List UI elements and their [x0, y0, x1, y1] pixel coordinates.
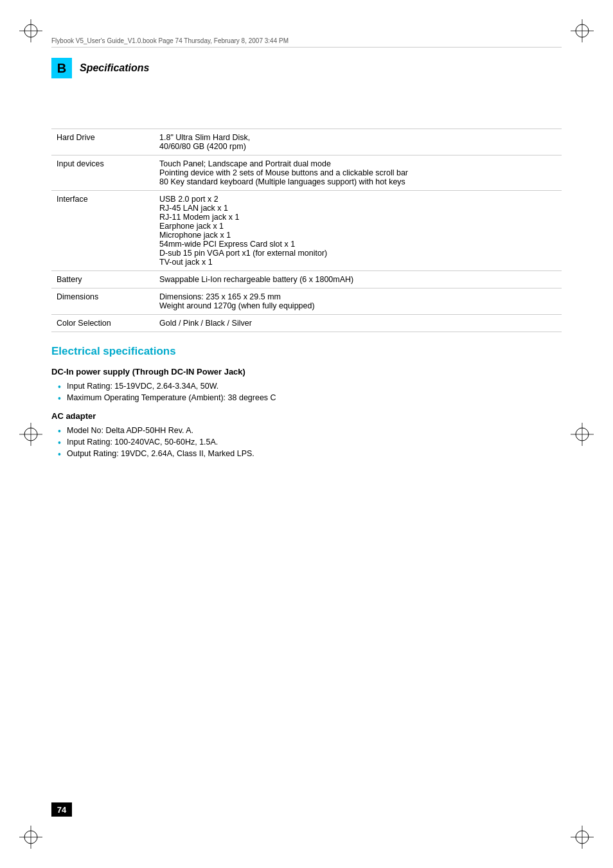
spec-value: Dimensions: 235 x 165 x 29.5 mmWeight ar…: [154, 288, 562, 315]
electrical-section: Electrical specifications DC-In power su…: [51, 345, 562, 458]
spec-value: USB 2.0 port x 2RJ-45 LAN jack x 1RJ-11 …: [154, 191, 562, 271]
spec-table: Hard Drive1.8" Ultra Slim Hard Disk,40/6…: [51, 128, 562, 332]
spec-label: Input devices: [51, 155, 154, 191]
reg-mark-br: [571, 826, 594, 849]
list-item: Output Rating: 19VDC, 2.64A, Class II, M…: [58, 449, 562, 458]
reg-mark-tl: [19, 19, 42, 42]
spec-label: Hard Drive: [51, 129, 154, 155]
list-item: Model No: Delta ADP-50HH Rev. A.: [58, 426, 562, 435]
spec-label: Interface: [51, 191, 154, 271]
table-row: Hard Drive1.8" Ultra Slim Hard Disk,40/6…: [51, 129, 562, 155]
meta-file-info: Flybook V5_User's Guide_V1.0.book Page 7…: [51, 37, 289, 44]
dc-bullet-list: Input Rating: 15-19VDC, 2.64-3.34A, 50W.…: [51, 382, 562, 402]
reg-mark-ml: [19, 423, 42, 446]
chapter-title: Specifications: [80, 62, 149, 74]
table-row: InterfaceUSB 2.0 port x 2RJ-45 LAN jack …: [51, 191, 562, 271]
chapter-letter: B: [51, 58, 72, 78]
meta-bar: Flybook V5_User's Guide_V1.0.book Page 7…: [51, 37, 562, 48]
electrical-title: Electrical specifications: [51, 345, 562, 358]
page: Flybook V5_User's Guide_V1.0.book Page 7…: [0, 0, 613, 868]
table-row: BatterySwappable Li-Ion rechargeable bat…: [51, 271, 562, 288]
spec-value: Touch Panel; Landscape and Portrait dual…: [154, 155, 562, 191]
list-item: Input Rating: 15-19VDC, 2.64-3.34A, 50W.: [58, 382, 562, 391]
reg-mark-mr: [571, 423, 594, 446]
table-row: DimensionsDimensions: 235 x 165 x 29.5 m…: [51, 288, 562, 315]
spec-label: Battery: [51, 271, 154, 288]
spec-value: Swappable Li-Ion rechargeable battery (6…: [154, 271, 562, 288]
ac-bullet-list: Model No: Delta ADP-50HH Rev. A.Input Ra…: [51, 426, 562, 458]
spec-label: Color Selection: [51, 315, 154, 332]
list-item: Maximum Operating Temperature (Ambient):…: [58, 393, 562, 402]
table-row: Input devicesTouch Panel; Landscape and …: [51, 155, 562, 191]
spec-label: Dimensions: [51, 288, 154, 315]
spec-value: 1.8" Ultra Slim Hard Disk,40/60/80 GB (4…: [154, 129, 562, 155]
page-number: 74: [51, 802, 72, 817]
table-row: Color SelectionGold / Pink / Black / Sil…: [51, 315, 562, 332]
chapter-header: B Specifications: [51, 58, 149, 78]
content-area: Hard Drive1.8" Ultra Slim Hard Disk,40/6…: [51, 128, 562, 465]
ac-section-title: AC adapter: [51, 411, 562, 421]
reg-mark-tr: [571, 19, 594, 42]
dc-section-title: DC-In power supply (Through DC-IN Power …: [51, 367, 562, 376]
list-item: Input Rating: 100-240VAC, 50-60Hz, 1.5A.: [58, 438, 562, 447]
spec-value: Gold / Pink / Black / Silver: [154, 315, 562, 332]
reg-mark-bl: [19, 826, 42, 849]
